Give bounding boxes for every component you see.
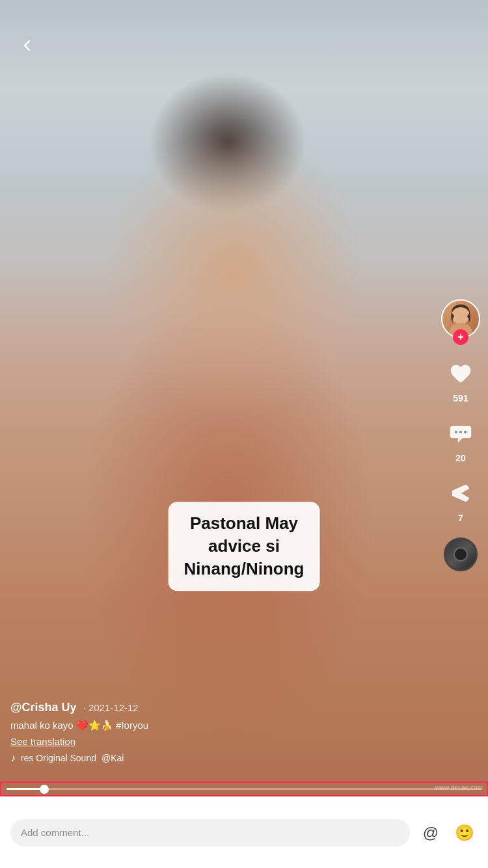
music-author[interactable]: @Kai — [102, 753, 124, 763]
share-button[interactable] — [444, 478, 477, 510]
progress-bar[interactable] — [7, 788, 481, 790]
caption-overlay: Pastonal May advice si Ninang/Ninong — [169, 502, 320, 591]
caption-text: Pastonal May advice si Ninang/Ninong — [184, 513, 305, 578]
progress-fill — [7, 788, 44, 790]
progress-thumb — [40, 785, 49, 794]
comment-input-area[interactable]: Add comment... — [10, 819, 410, 847]
music-disc[interactable] — [444, 537, 478, 571]
bottom-info: @Crisha Uy · 2021-12-12 mahal ko kayo ❤️… — [0, 701, 436, 764]
comment-button[interactable] — [444, 418, 477, 450]
music-text: res Original Sound — [21, 753, 96, 763]
svg-point-5 — [464, 431, 467, 433]
comment-placeholder: Add comment... — [21, 827, 89, 838]
video-description: mahal ko kayo ❤️⭐🍌 #foryou — [10, 718, 426, 732]
sidebar: + 591 20 7 — [441, 299, 480, 571]
svg-point-3 — [455, 431, 457, 433]
music-row: ♪ res Original Sound @Kai — [10, 752, 426, 764]
share-count: 7 — [458, 513, 463, 523]
at-icon-button[interactable]: @ — [418, 820, 444, 846]
post-date: · 2021-12-12 — [83, 702, 139, 713]
progress-bar-container[interactable] — [0, 781, 488, 796]
back-button[interactable] — [13, 31, 42, 60]
svg-point-4 — [459, 431, 462, 433]
like-button-container: 591 — [444, 358, 477, 403]
avatar-container: + — [441, 299, 480, 338]
follow-button[interactable]: + — [453, 329, 468, 345]
comment-count: 20 — [455, 453, 466, 463]
comment-button-container: 20 — [444, 418, 477, 463]
emoji-icon: 🙂 — [455, 824, 474, 842]
comment-bar: Add comment... @ 🙂 — [0, 796, 488, 868]
emoji-icon-button[interactable]: 🙂 — [452, 820, 478, 846]
username-row: @Crisha Uy · 2021-12-12 — [10, 701, 426, 714]
like-button[interactable] — [444, 358, 477, 390]
music-note-icon: ♪ — [10, 752, 16, 764]
see-translation-link[interactable]: See translation — [10, 736, 75, 747]
at-icon: @ — [423, 824, 439, 842]
username[interactable]: @Crisha Uy — [10, 701, 77, 714]
share-button-container: 7 — [444, 478, 477, 523]
like-count: 591 — [453, 393, 468, 403]
watermark: www.deuaq.com — [435, 784, 483, 791]
